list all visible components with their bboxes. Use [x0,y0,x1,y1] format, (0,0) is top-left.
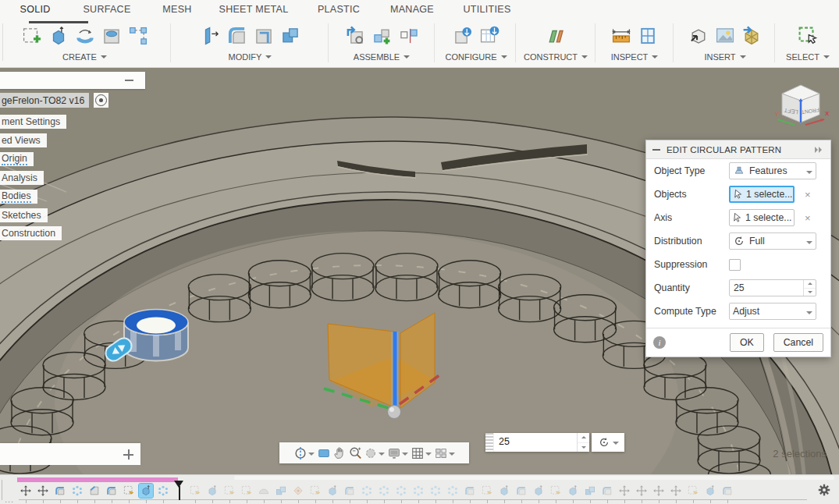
pan-icon[interactable] [332,445,347,461]
timeline-feature-sketch-icon[interactable] [240,484,254,498]
timeline-feature-cpattern-icon[interactable] [70,484,84,498]
timeline-feature-fillet-icon[interactable] [514,484,528,498]
radio-icon[interactable] [95,94,107,106]
timeline-feature-extrude-icon[interactable] [325,484,340,498]
browser-document-row[interactable]: geFrelon-TO82 v16 [0,93,108,108]
timeline-feature-sketch-icon[interactable] [686,484,700,498]
timeline-feature-fillet-icon[interactable] [600,484,614,498]
distribution-dropdown[interactable]: Full [729,232,816,250]
shell-tool-icon[interactable] [252,24,276,48]
tab-plastic[interactable]: PLASTIC [318,0,360,20]
configure-menu[interactable]: CONFIGURE [446,52,507,65]
create-sketch-icon[interactable] [20,24,44,48]
timeline-feature-move-icon[interactable] [652,484,666,498]
insert-mesh-icon[interactable] [740,24,763,48]
add-icon[interactable] [123,449,133,460]
select-tool-icon[interactable] [796,24,819,48]
hud-spinner[interactable] [577,433,589,452]
select-menu[interactable]: SELECT [786,52,830,65]
press-pull-icon[interactable] [199,24,222,48]
tab-utilities[interactable]: UTILITIES [463,0,510,20]
timeline-feature-fillet-icon[interactable] [720,484,734,498]
timeline-feature-extrude-icon[interactable] [139,484,153,498]
inspect-menu[interactable]: INSPECT [611,52,659,65]
browser-item-bodies[interactable]: Bodies [0,190,37,204]
timeline-feature-cpattern-icon[interactable] [156,484,170,498]
hole-icon[interactable] [100,24,123,48]
construct-menu[interactable]: CONSTRUCT [524,52,588,65]
timeline-feature-chamfer-icon[interactable] [87,484,101,498]
tab-mesh[interactable]: MESH [162,0,191,20]
timeline-playhead[interactable] [174,481,184,500]
timeline-feature-form-icon[interactable] [257,484,271,498]
browser-item-ment-settings[interactable]: ment Settings [0,115,66,129]
timeline-feature-cpattern-icon[interactable] [428,484,443,498]
timeline-feature-cpattern-icon[interactable] [377,484,391,498]
spin-down-icon[interactable] [804,288,816,296]
timeline-feature-sketch-icon[interactable] [480,484,494,498]
minimize-icon[interactable] [125,80,133,81]
extrude-icon[interactable] [47,24,70,48]
clear-selection-button[interactable]: × [805,212,811,224]
timeline-feature-extrude-icon[interactable] [566,484,580,498]
timeline-feature-cpattern-icon[interactable] [446,484,460,498]
suppression-checkbox[interactable] [729,259,741,271]
timeline-feature-sketch-icon[interactable] [549,484,563,498]
combine-tool-icon[interactable] [279,24,302,48]
browser-item-origin[interactable]: Origin [0,152,34,166]
timeline-feature-extrude-icon[interactable] [205,484,219,498]
fillet-tool-icon[interactable] [226,24,249,48]
browser-item-analysis[interactable]: Analysis [0,171,44,185]
collapse-icon[interactable] [652,149,660,151]
canvas-image-icon[interactable] [713,24,737,48]
hud-quantity-value[interactable]: 25 [494,433,577,452]
timeline-feature-extrude-icon[interactable] [531,484,546,498]
ok-button[interactable]: OK [730,333,764,352]
chevron-down-icon[interactable] [379,453,385,459]
tab-solid[interactable]: SOLID [20,0,50,20]
timeline-feature-combine-icon[interactable] [274,484,288,498]
double-chevron-icon[interactable] [815,146,824,154]
timeline-feature-move-icon[interactable] [617,484,631,498]
fit-zoom-icon[interactable] [364,445,386,461]
timeline-feature-sketch-icon[interactable] [188,484,202,498]
viewports-icon[interactable] [434,445,456,461]
timeline-settings[interactable] [817,483,831,497]
clear-selection-button[interactable]: × [805,189,811,201]
axis-selection-button[interactable]: 1 selecte... [729,209,795,226]
quantity-value[interactable]: 25 [730,280,803,296]
quantity-spinner[interactable] [803,280,816,296]
timeline-feature-move-icon[interactable] [19,484,33,498]
object-type-dropdown[interactable]: Features [729,162,816,179]
timeline-feature-cpattern-icon[interactable] [360,484,374,498]
chevron-down-icon[interactable] [402,453,408,459]
cancel-button[interactable]: Cancel [773,333,823,352]
dialog-header[interactable]: EDIT CIRCULAR PATTERN [646,140,830,159]
timeline-feature-combine-icon[interactable] [583,484,597,498]
display-settings-icon[interactable] [387,445,409,461]
revolve-icon[interactable] [73,24,97,48]
tab-surface[interactable]: SURFACE [83,0,130,20]
configuration-icon[interactable] [451,24,475,48]
hud-rotate-button[interactable] [592,433,624,452]
timeline-feature-move-icon[interactable] [669,484,683,498]
chevron-down-icon[interactable] [449,453,455,459]
timeline-feature-fillet-icon[interactable] [343,484,357,498]
browser-item-ed-views[interactable]: ed Views [0,133,47,147]
quantity-input[interactable]: 25 [729,279,816,296]
drag-handle[interactable] [485,433,494,452]
view-cube[interactable]: LEFT FRONT Y X [771,75,832,137]
section-analysis-icon[interactable] [636,24,659,48]
info-icon[interactable] [653,336,666,349]
joint-icon[interactable] [370,24,393,48]
timeline-feature-extrude-icon[interactable] [703,484,717,498]
spin-down-icon[interactable] [578,442,589,453]
timeline-feature-fillet-icon[interactable] [53,484,67,498]
look-at-icon[interactable] [317,445,331,461]
spin-up-icon[interactable] [804,280,816,288]
tab-manage[interactable]: MANAGE [390,0,434,20]
selected-feature-cylinder[interactable] [124,310,188,361]
timeline-feature-move-icon[interactable] [635,484,649,498]
timeline-feature-fillet-icon[interactable] [105,484,119,498]
create-menu[interactable]: CREATE [62,52,107,65]
